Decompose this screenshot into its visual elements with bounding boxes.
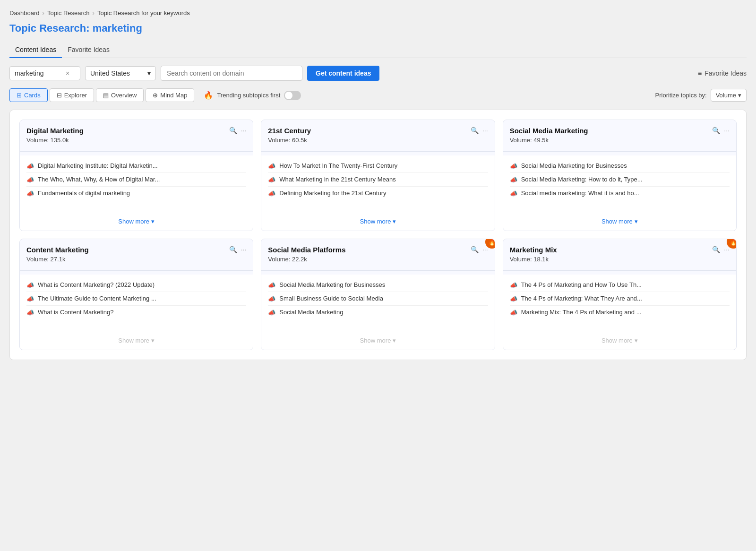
country-dropdown-arrow: ▾ <box>147 69 151 77</box>
show-more-button[interactable]: Show more ▾ <box>118 218 155 225</box>
tab-explorer[interactable]: ⊟ Explorer <box>50 88 94 102</box>
trending-toggle[interactable] <box>284 91 301 100</box>
card-item-text: Fundamentals of digital marketing <box>38 189 130 197</box>
card-item[interactable]: 📣 What is Content Marketing? <box>26 306 246 319</box>
search-card-icon[interactable]: 🔍 <box>471 246 479 253</box>
card-item[interactable]: 📣 Social Media Marketing for Businesses <box>510 159 730 173</box>
show-more-button[interactable]: Show more ▾ <box>118 337 155 344</box>
card-item-text: Social Media Marketing: How to do it, Ty… <box>521 176 643 183</box>
breadcrumb-current: Topic Research for your keywords <box>97 9 190 17</box>
card-title: Social Media Marketing <box>510 127 588 135</box>
megaphone-icon: 📣 <box>268 295 275 302</box>
megaphone-icon: 📣 <box>268 176 275 183</box>
show-more-button[interactable]: Show more ▾ <box>601 218 638 225</box>
clear-keyword-icon[interactable]: × <box>66 69 69 77</box>
card-item[interactable]: 📣 Social media marketing: What it is and… <box>510 187 730 200</box>
more-options-icon[interactable]: ··· <box>241 127 247 134</box>
chevron-down-icon: ▾ <box>635 218 638 225</box>
card-content: 📣 The 4 Ps of Marketing and How To Use T… <box>503 275 736 331</box>
card-divider <box>503 151 736 152</box>
megaphone-icon: 📣 <box>268 282 275 289</box>
more-options-icon[interactable]: ··· <box>482 127 488 134</box>
show-more-button[interactable]: Show more ▾ <box>360 337 396 344</box>
card-item[interactable]: 📣 The Ultimate Guide to Content Marketin… <box>26 292 246 306</box>
card-volume: Volume: 18.1k <box>510 256 730 263</box>
card-item[interactable]: 📣 What is Content Marketing? (2022 Updat… <box>26 278 246 292</box>
card-item[interactable]: 📣 Digital Marketing Institute: Digital M… <box>26 159 246 173</box>
country-selector[interactable]: United States ▾ <box>85 66 156 80</box>
search-card-icon[interactable]: 🔍 <box>712 127 720 134</box>
card-item[interactable]: 📣 Social Media Marketing for Businesses <box>268 278 488 292</box>
volume-dropdown-arrow: ▾ <box>738 92 741 99</box>
card-item[interactable]: 📣 Defining Marketing for the 21st Centur… <box>268 187 488 200</box>
megaphone-icon: 📣 <box>510 163 517 170</box>
card-item[interactable]: 📣 Social Media Marketing <box>268 306 488 319</box>
show-more-row: Show more ▾ <box>20 212 253 231</box>
card-item[interactable]: 📣 What Marketing in the 21st Century Mea… <box>268 173 488 187</box>
card-divider <box>20 151 253 152</box>
tab-cards[interactable]: ⊞ Cards <box>9 88 48 102</box>
card-item[interactable]: 📣 Social Media Marketing: How to do it, … <box>510 173 730 187</box>
get-ideas-button[interactable]: Get content ideas <box>307 66 379 81</box>
cards-grid: Digital Marketing 🔍 ··· Volume: 135.0k 📣… <box>19 120 737 350</box>
chevron-down-icon: ▾ <box>393 218 396 225</box>
card-item[interactable]: 📣 Marketing Mix: The 4 Ps of Marketing a… <box>510 306 730 319</box>
search-card-icon[interactable]: 🔍 <box>712 246 720 253</box>
breadcrumb-dashboard[interactable]: Dashboard <box>9 9 40 17</box>
card-item-text: What Marketing in the 21st Century Means <box>279 176 395 183</box>
card-title: Content Marketing <box>26 246 89 254</box>
card-item[interactable]: 📣 The 4 Ps of Marketing and How To Use T… <box>510 278 730 292</box>
search-card-icon[interactable]: 🔍 <box>229 127 237 134</box>
card-item-text: The 4 Ps of Marketing and How To Use Th.… <box>521 281 642 288</box>
show-more-row: Show more ▾ <box>20 331 253 350</box>
card-item[interactable]: 📣 Fundamentals of digital marketing <box>26 187 246 200</box>
explorer-icon: ⊟ <box>57 92 62 99</box>
show-more-button[interactable]: Show more ▾ <box>601 337 638 344</box>
show-more-button[interactable]: Show more ▾ <box>360 218 396 225</box>
card-item-text: Social Media Marketing for Businesses <box>279 281 385 288</box>
card-item[interactable]: 📣 How To Market In The Twenty-First Cent… <box>268 159 488 173</box>
megaphone-icon: 📣 <box>510 295 517 302</box>
prioritize-section: Prioritize topics by: Volume ▾ <box>655 89 747 102</box>
card-item[interactable]: 📣 The 4 Ps of Marketing: What They Are a… <box>510 292 730 306</box>
breadcrumb: Dashboard › Topic Research › Topic Resea… <box>9 9 747 17</box>
search-card-icon[interactable]: 🔍 <box>229 246 237 253</box>
card-title: Digital Marketing <box>26 127 84 135</box>
keyword-input[interactable] <box>15 69 62 77</box>
card-content: 📣 Social Media Marketing for Businesses … <box>503 155 736 212</box>
megaphone-icon: 📣 <box>26 309 34 316</box>
card-title: Social Media Platforms <box>268 246 345 254</box>
card-content: 📣 What is Content Marketing? (2022 Updat… <box>20 275 253 331</box>
megaphone-icon: 📣 <box>268 309 275 316</box>
chevron-down-icon: ▾ <box>151 218 155 225</box>
breadcrumb-topic-research[interactable]: Topic Research <box>47 9 90 17</box>
card-actions: 🔍 ··· <box>712 246 730 253</box>
tab-overview[interactable]: ▤ Overview <box>96 88 144 102</box>
more-options-icon[interactable]: ··· <box>724 127 730 134</box>
megaphone-icon: 📣 <box>510 309 517 316</box>
volume-select[interactable]: Volume ▾ <box>711 89 747 102</box>
megaphone-icon: 📣 <box>510 282 517 289</box>
card-item-text: Social Media Marketing <box>279 309 343 316</box>
tab-mind-map[interactable]: ⊕ Mind Map <box>146 88 194 102</box>
megaphone-icon: 📣 <box>26 282 34 289</box>
card-content: 📣 Digital Marketing Institute: Digital M… <box>20 155 253 212</box>
card-header: Social Media Marketing 🔍 ··· Volume: 49.… <box>503 120 736 147</box>
card-divider <box>261 151 494 152</box>
main-tabs: Content Ideas Favorite Ideas <box>9 42 747 58</box>
tab-content-ideas[interactable]: Content Ideas <box>9 42 62 58</box>
card-social-media-marketing: Social Media Marketing 🔍 ··· Volume: 49.… <box>503 120 737 231</box>
show-more-row: Show more ▾ <box>261 212 494 231</box>
card-item[interactable]: 📣 The Who, What, Why, & How of Digital M… <box>26 173 246 187</box>
megaphone-icon: 📣 <box>26 295 34 302</box>
tab-favorite-ideas[interactable]: Favorite Ideas <box>62 42 115 58</box>
card-social-media-platforms: 🔥 Social Media Platforms 🔍 ··· Volume: 2… <box>261 239 495 350</box>
favorite-ideas-link[interactable]: ≡ Favorite Ideas <box>698 69 747 77</box>
card-item[interactable]: 📣 Small Business Guide to Social Media <box>268 292 488 306</box>
domain-search-input[interactable] <box>161 66 302 81</box>
more-options-icon[interactable]: ··· <box>241 246 247 253</box>
card-content: 📣 Social Media Marketing for Businesses … <box>261 275 494 331</box>
card-title: 21st Century <box>268 127 311 135</box>
search-card-icon[interactable]: 🔍 <box>471 127 479 134</box>
card-divider <box>20 270 253 271</box>
